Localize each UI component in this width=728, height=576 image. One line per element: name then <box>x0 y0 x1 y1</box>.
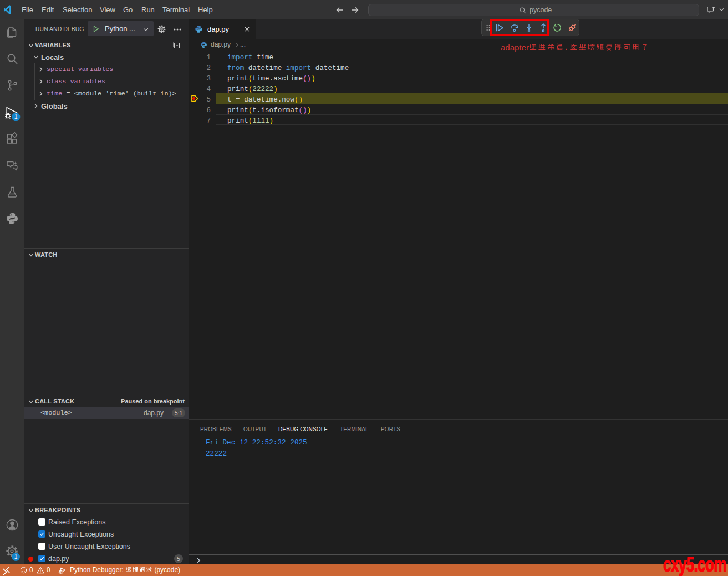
svg-text:1: 1 <box>14 113 18 120</box>
